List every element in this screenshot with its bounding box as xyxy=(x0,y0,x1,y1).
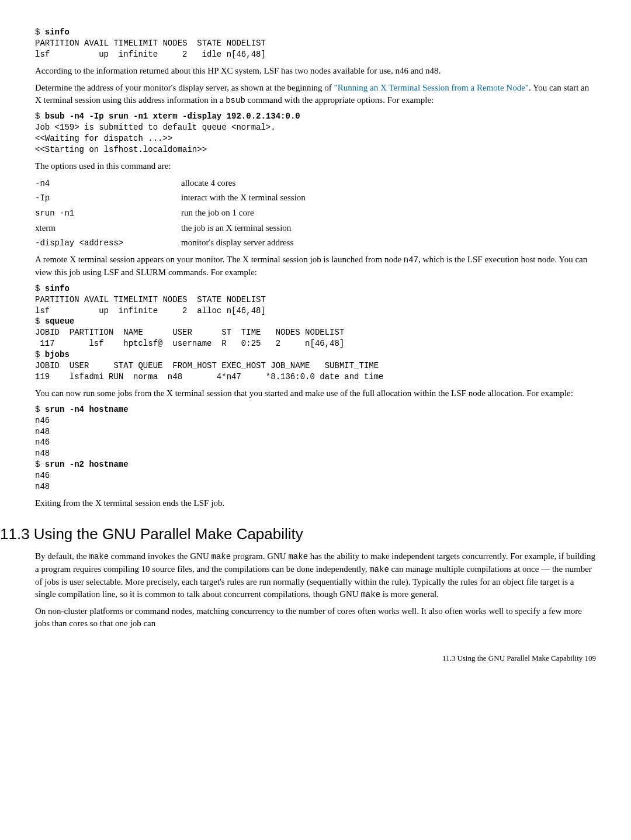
opt-row: -display <address> monitor's display ser… xyxy=(35,237,596,249)
opt-row: srun -n1 run the job on 1 core xyxy=(35,207,596,220)
opt-val: monitor's display server address xyxy=(181,237,293,249)
para-determine-address: Determine the address of your monitor's … xyxy=(35,82,596,107)
opt-key: xterm xyxy=(35,222,181,234)
code-block-sinfo-squeue-bjobs: $ sinfo PARTITION AVAIL TIMELIMIT NODES … xyxy=(35,283,596,383)
opt-val: allocate 4 cores xyxy=(181,177,235,189)
code-make: make xyxy=(369,565,389,574)
code-make: make xyxy=(211,552,231,561)
code-block-bsub: $ bsub -n4 -Ip srun -n1 xterm -display 1… xyxy=(35,111,596,155)
para-non-cluster: On non-cluster platforms or command node… xyxy=(35,605,596,630)
link-running-xterm[interactable]: "Running an X Terminal Session from a Re… xyxy=(334,83,529,92)
opt-val: the job is an X terminal session xyxy=(181,222,291,234)
opt-key: -Ip xyxy=(35,193,181,204)
para-remote-session: A remote X terminal session appears on y… xyxy=(35,254,596,279)
code-n47: n47 xyxy=(404,255,418,265)
code-bsub: bsub xyxy=(226,96,245,105)
code-block-sinfo: $ sinfo PARTITION AVAIL TIMELIMIT NODES … xyxy=(35,27,596,60)
para-options-used: The options used in this command are: xyxy=(35,160,596,172)
section-heading-11-3: 11.3 Using the GNU Parallel Make Capabil… xyxy=(0,523,596,544)
opt-key: srun -n1 xyxy=(35,208,181,220)
opt-key: -n4 xyxy=(35,178,181,190)
code-make: make xyxy=(288,552,308,561)
options-table: -n4 allocate 4 cores -Ip interact with t… xyxy=(35,177,596,249)
code-block-srun: $ srun -n4 hostname n46 n48 n46 n48 $ sr… xyxy=(35,404,596,492)
opt-row: -Ip interact with the X terminal session xyxy=(35,192,596,204)
code-make: make xyxy=(360,590,380,599)
para-gnu-make: By default, the make command invokes the… xyxy=(35,550,596,601)
opt-row: -n4 allocate 4 cores xyxy=(35,177,596,190)
opt-row: xterm the job is an X terminal session xyxy=(35,222,596,234)
opt-val: run the job on 1 core xyxy=(181,207,254,219)
para-exit-session: Exiting from the X terminal session ends… xyxy=(35,497,596,509)
code-make: make xyxy=(89,552,109,561)
para-available-nodes: According to the information returned ab… xyxy=(35,65,596,77)
opt-key: -display <address> xyxy=(35,238,181,249)
page-footer: 11.3 Using the GNU Parallel Make Capabil… xyxy=(35,653,596,664)
para-run-jobs: You can now run some jobs from the X ter… xyxy=(35,387,596,400)
opt-val: interact with the X terminal session xyxy=(181,192,306,204)
